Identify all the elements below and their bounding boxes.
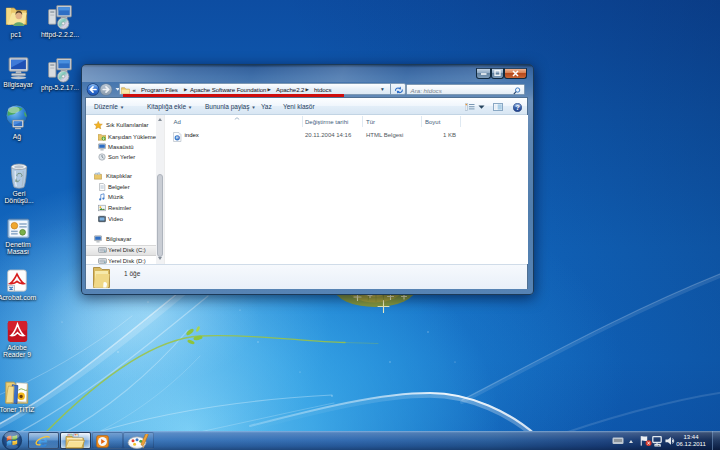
svg-text:e: e xyxy=(176,134,179,140)
svg-text:e: e xyxy=(38,433,48,449)
